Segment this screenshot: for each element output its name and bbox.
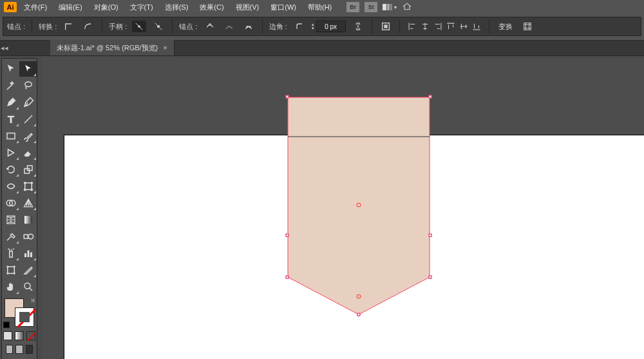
workspace-switcher[interactable]: ▾: [383, 3, 397, 11]
document-tab[interactable]: 未标题-1.ai* @ 52% (RGB/预览) ×: [50, 40, 175, 55]
paintbrush-tool[interactable]: [19, 128, 37, 144]
handle-mr[interactable]: [429, 234, 432, 237]
handles-show-icon[interactable]: [132, 21, 146, 32]
bridge-icon[interactable]: Br: [346, 2, 359, 12]
control-bar: 锚点 : 转换 : 手柄 : 锚点 : 边角 : ▴▾ 变换: [3, 17, 641, 36]
corner-widget-icon[interactable]: [292, 21, 307, 32]
stroke-color-swatch[interactable]: [15, 307, 34, 327]
stock-icon[interactable]: St: [365, 2, 377, 12]
artboard-tool[interactable]: [2, 262, 19, 278]
menu-file[interactable]: 文件(F): [19, 1, 52, 14]
align-vcenter-icon[interactable]: [458, 21, 469, 32]
svg-rect-30: [7, 267, 14, 274]
screen-mode-tool[interactable]: [2, 356, 20, 359]
handles-hide-icon[interactable]: [151, 21, 166, 32]
gradient-tool[interactable]: [19, 212, 37, 228]
mesh-tool[interactable]: [2, 212, 19, 228]
color-mode-row: [2, 329, 37, 342]
handle-ml[interactable]: [286, 234, 289, 237]
shape-builder-tool[interactable]: [2, 195, 19, 211]
rectangle-tool[interactable]: [2, 128, 19, 144]
svg-point-17: [31, 182, 32, 184]
corner-radius-input[interactable]: [316, 21, 346, 32]
selected-shape[interactable]: [287, 97, 430, 316]
svg-rect-26: [9, 251, 12, 257]
perspective-grid-tool[interactable]: [19, 195, 37, 211]
tool-panel: ⤭: [1, 58, 37, 359]
symbol-sprayer-tool[interactable]: [2, 246, 19, 261]
color-mode-gradient[interactable]: [15, 331, 24, 340]
shaper-tool[interactable]: [2, 145, 19, 160]
menu-view[interactable]: 视图(V): [231, 1, 264, 14]
blend-tool[interactable]: [19, 229, 37, 244]
draw-inside-icon[interactable]: [26, 345, 33, 354]
menu-edit[interactable]: 编辑(E): [54, 1, 87, 14]
center-point-icon[interactable]: [357, 203, 361, 208]
remove-anchor-icon[interactable]: [203, 21, 217, 32]
eraser-tool[interactable]: [19, 145, 37, 160]
align-top-icon[interactable]: [445, 21, 457, 32]
magic-wand-tool[interactable]: [2, 78, 19, 93]
close-tab-icon[interactable]: ×: [163, 44, 167, 52]
menu-select[interactable]: 选择(S): [160, 1, 193, 14]
zoom-tool[interactable]: [19, 279, 37, 295]
eyedropper-tool[interactable]: [2, 229, 19, 244]
convert-smooth-icon[interactable]: [81, 21, 95, 32]
handle-bl[interactable]: [286, 276, 289, 279]
align-left-icon[interactable]: [406, 21, 418, 32]
slice-tool[interactable]: [19, 262, 37, 278]
menu-type[interactable]: 文字(T): [126, 1, 158, 14]
svg-rect-0: [383, 4, 386, 10]
swap-colors-icon[interactable]: ⤭: [30, 297, 35, 304]
hand-tool[interactable]: [2, 279, 19, 295]
canvas-area[interactable]: [43, 58, 644, 359]
align-hcenter-icon[interactable]: [419, 21, 431, 32]
free-transform-tool[interactable]: [19, 179, 37, 194]
handle-tr[interactable]: [429, 95, 432, 99]
color-mode-solid[interactable]: [3, 331, 12, 340]
pen-tool[interactable]: [2, 95, 19, 110]
svg-point-7: [249, 26, 251, 28]
direct-selection-tool[interactable]: [19, 61, 37, 77]
line-tool[interactable]: [19, 112, 37, 127]
isolate-icon[interactable]: [379, 21, 393, 32]
lasso-tool[interactable]: [19, 78, 37, 93]
scale-tool[interactable]: [19, 162, 37, 177]
handle-br[interactable]: [429, 276, 432, 279]
menu-object[interactable]: 对象(O): [90, 1, 123, 14]
menu-window[interactable]: 窗口(W): [266, 1, 301, 14]
corner-radius-field[interactable]: ▴▾: [312, 21, 346, 32]
default-colors-icon[interactable]: [3, 322, 10, 328]
type-tool[interactable]: [2, 112, 19, 127]
menu-help[interactable]: 帮助(H): [303, 1, 336, 14]
connect-anchor-icon[interactable]: [222, 21, 236, 32]
svg-rect-9: [384, 25, 387, 28]
transform-button[interactable]: 变换: [496, 22, 515, 32]
svg-point-25: [28, 234, 33, 239]
color-mode-none[interactable]: [26, 331, 35, 340]
rotate-tool[interactable]: [2, 162, 19, 177]
align-bottom-icon[interactable]: [471, 21, 482, 32]
convert-corner-icon[interactable]: [62, 21, 76, 32]
selection-tool[interactable]: [2, 61, 19, 77]
chain-icon[interactable]: [351, 21, 365, 32]
handle-bottom[interactable]: [357, 313, 361, 316]
menu-effect[interactable]: 效果(C): [195, 1, 228, 14]
svg-rect-1: [387, 4, 390, 10]
rotation-origin-icon[interactable]: [357, 295, 361, 299]
shape-mode-icon[interactable]: [520, 21, 535, 32]
handle-tl[interactable]: [286, 95, 289, 99]
menu-right-cluster: Br St ▾: [346, 1, 412, 14]
align-right-icon[interactable]: [432, 21, 444, 32]
draw-behind-icon[interactable]: [15, 345, 23, 354]
cut-path-icon[interactable]: [242, 21, 256, 32]
panel-collapse-icon[interactable]: ◂◂: [1, 43, 8, 52]
graph-tool[interactable]: [19, 246, 37, 261]
search-icon[interactable]: [402, 1, 412, 14]
fill-stroke-swatch[interactable]: ⤭: [5, 298, 34, 327]
align-group: [406, 21, 482, 32]
svg-point-6: [247, 26, 248, 28]
curvature-tool[interactable]: [19, 95, 37, 110]
draw-normal-icon[interactable]: [6, 345, 13, 354]
width-tool[interactable]: [2, 179, 19, 194]
